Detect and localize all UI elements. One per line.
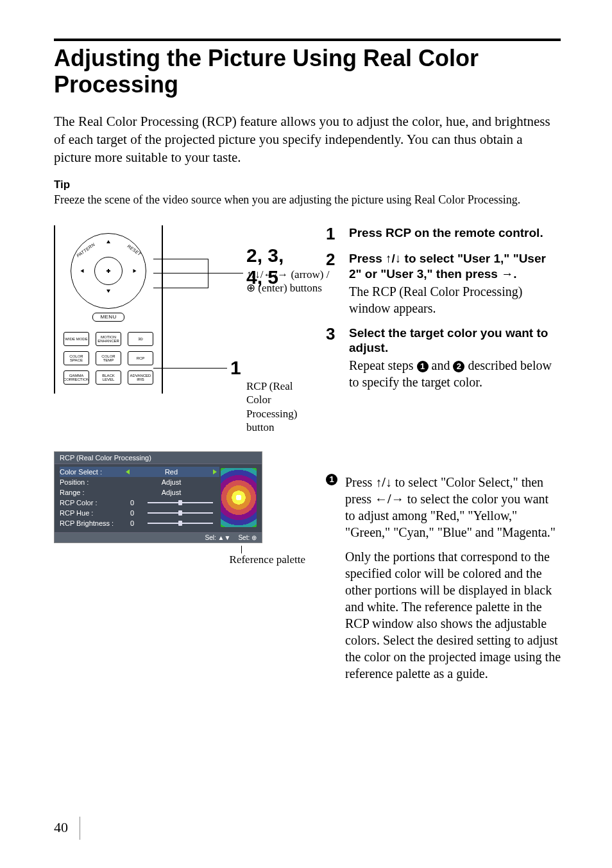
tip-label: Tip bbox=[54, 178, 561, 191]
substep-paragraph: Press ↑/↓ to select "Color Select," then… bbox=[345, 474, 561, 541]
remote-button: GAMMA CORRECTION bbox=[64, 370, 89, 385]
reference-palette-icon bbox=[221, 468, 257, 527]
pattern-label: PATTERN bbox=[76, 242, 96, 258]
remote-button: COLOR TEMP bbox=[96, 351, 121, 365]
section-rule bbox=[54, 39, 561, 41]
step-heading: Press ↑/↓ to select "User 1," "User 2" o… bbox=[349, 251, 561, 282]
callout-text-top: ↑/↓/←/→ (arrow) / ⊕ (enter) buttons bbox=[246, 268, 336, 295]
substep-paragraph: Only the portions that correspond to the… bbox=[345, 548, 561, 682]
step-paragraph: The RCP (Real Color Processing) window a… bbox=[349, 283, 561, 317]
dpad-icon: PATTERN RESET bbox=[71, 233, 146, 309]
rcp-row: Range : Adjust bbox=[60, 487, 217, 498]
rcp-window-title: RCP (Real Color Processing) bbox=[55, 452, 262, 464]
right-arrow-icon: → bbox=[501, 266, 513, 282]
left-right-arrow-icon: ←/→ bbox=[375, 490, 404, 507]
rcp-label: Position : bbox=[60, 478, 121, 486]
step-number: 3 bbox=[326, 326, 341, 391]
rcp-label: Color Select : bbox=[60, 468, 121, 476]
up-down-arrow-icon: ↑/↓ bbox=[375, 474, 392, 490]
substep-1: 1 Press ↑/↓ to select "Color Select," th… bbox=[326, 474, 561, 690]
step-2: 2 Press ↑/↓ to select "User 1," "User 2"… bbox=[326, 251, 561, 317]
remote-button: MOTION ENHANCER bbox=[96, 332, 121, 346]
circled-1-icon: 1 bbox=[417, 361, 429, 372]
remote-diagram: PATTERN RESET MENU WIDE MODE MOTION ENHA… bbox=[54, 225, 304, 394]
footer-sel-label: Sel: bbox=[205, 534, 216, 541]
rcp-label: Range : bbox=[60, 489, 121, 496]
reset-label: RESET bbox=[126, 244, 142, 257]
remote-button-grid: WIDE MODE MOTION ENHANCER 3D COLOR SPACE… bbox=[60, 332, 157, 385]
rcp-row: Position : Adjust bbox=[60, 477, 217, 487]
slider-icon bbox=[148, 502, 213, 503]
page-title: Adjusting the Picture Using Real Color P… bbox=[54, 45, 561, 98]
rcp-footer: Sel: ▲▼ Set: ⊕ bbox=[55, 532, 262, 542]
step-heading: Select the target color you want to adju… bbox=[349, 326, 561, 356]
circled-1-icon: 1 bbox=[326, 474, 337, 485]
step-number: 1 bbox=[326, 225, 341, 242]
callout-text-bottom: RCP (Real Color Processing) button bbox=[246, 379, 317, 434]
remote-button: WIDE MODE bbox=[64, 332, 89, 346]
rcp-row: RCP Hue : 0 bbox=[60, 508, 217, 518]
remote-button: 3D bbox=[128, 332, 153, 346]
rcp-value: Adjust bbox=[126, 489, 217, 496]
rcp-value: 0 bbox=[126, 499, 139, 507]
page-number: 40 bbox=[54, 819, 68, 836]
rcp-value: 0 bbox=[126, 509, 139, 517]
footer-set-label: Set: bbox=[238, 534, 250, 541]
rcp-label: RCP Hue : bbox=[60, 509, 121, 517]
rcp-label: RCP Color : bbox=[60, 499, 121, 507]
reference-palette-label: Reference palette bbox=[230, 553, 305, 566]
rcp-row: RCP Color : 0 bbox=[60, 498, 217, 508]
rcp-row: RCP Brightness : 0 bbox=[60, 518, 217, 528]
remote-button: ADVANCED IRIS bbox=[128, 370, 153, 385]
tip-body: Freeze the scene of the video source whe… bbox=[54, 193, 561, 207]
menu-button: MENU bbox=[92, 313, 124, 322]
rcp-value: Adjust bbox=[126, 478, 217, 486]
step-1: 1 Press RCP on the remote control. bbox=[326, 225, 561, 242]
up-down-arrow-icon: ↑/↓ bbox=[386, 251, 401, 266]
rcp-row-color-select: Color Select : Red bbox=[60, 467, 219, 477]
left-arrow-icon bbox=[126, 469, 130, 474]
rcp-value: 0 bbox=[126, 519, 139, 527]
circled-2-icon: 2 bbox=[453, 361, 464, 372]
callout-number-bottom: 1 bbox=[230, 357, 241, 379]
remote-button: BLACK LEVEL bbox=[96, 370, 121, 385]
slider-icon bbox=[148, 523, 213, 524]
remote-button: COLOR SPACE bbox=[64, 351, 89, 365]
step-3: 3 Select the target color you want to ad… bbox=[326, 326, 561, 391]
rcp-value: Red bbox=[135, 468, 208, 476]
page-rule bbox=[80, 817, 80, 840]
right-arrow-icon bbox=[213, 469, 217, 474]
step-heading: Press RCP on the remote control. bbox=[349, 225, 561, 241]
rcp-window: RCP (Real Color Processing) Color Select… bbox=[54, 451, 262, 543]
intro-paragraph: The Real Color Processing (RCP) feature … bbox=[54, 112, 561, 167]
slider-icon bbox=[148, 512, 213, 514]
rcp-label: RCP Brightness : bbox=[60, 519, 121, 527]
remote-button-rcp: RCP bbox=[128, 351, 153, 365]
step-paragraph: Repeat steps 1 and 2 described below to … bbox=[349, 357, 561, 390]
